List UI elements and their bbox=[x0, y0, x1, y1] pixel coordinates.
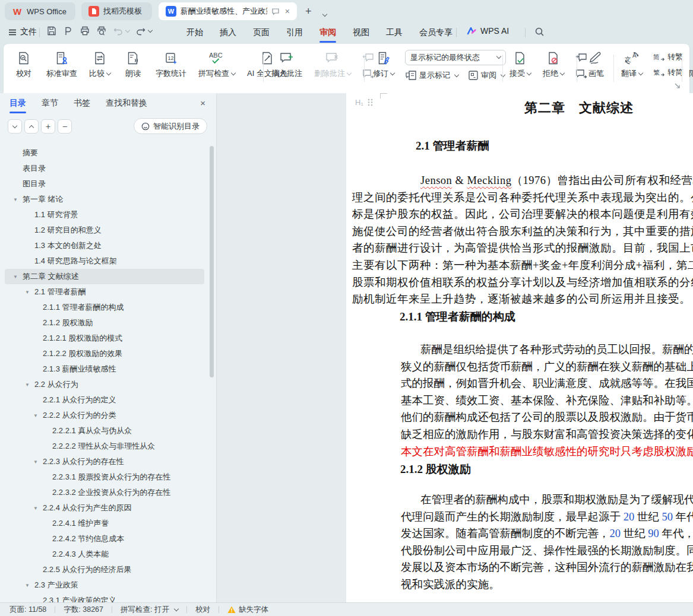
menu-member[interactable]: 会员专享 bbox=[411, 26, 461, 39]
document-page[interactable]: H₁ 第二章 文献综述 2.1 管理者薪酬 Jenson & Meckling（… bbox=[346, 93, 693, 602]
toc-item[interactable]: 2.2.1 从众行为的定义 bbox=[0, 392, 209, 408]
toc-item[interactable]: 1.2 研究目的和意义 bbox=[0, 223, 209, 238]
toc-item[interactable]: 2.3.1 产业政策的定义 bbox=[0, 593, 209, 602]
toc-collapse-arrow-icon[interactable]: ▼ bbox=[13, 197, 23, 202]
read-aloud-button[interactable]: 朗读 bbox=[121, 50, 145, 80]
proofread-button[interactable]: 校对 bbox=[12, 50, 36, 80]
sidebar-tab-contents[interactable]: 目录 bbox=[10, 98, 26, 113]
insert-comment-button[interactable]: 插入批注 bbox=[270, 50, 303, 80]
spell-check-button[interactable]: ABC 拼写检查 bbox=[197, 50, 236, 80]
show-markup-button[interactable]: 显示标记 bbox=[405, 70, 458, 81]
print-button[interactable] bbox=[80, 26, 90, 36]
toc-item[interactable]: 2.1.2.2 股权激励的效果 bbox=[0, 346, 209, 361]
tab-close-icon[interactable]: × bbox=[285, 7, 290, 16]
toc-item[interactable]: 2.1.2.1 股权激励的模式 bbox=[0, 331, 209, 346]
toc-item[interactable]: 摘要 bbox=[0, 145, 209, 161]
toc-item[interactable]: ▼第二章 文献综述 bbox=[5, 269, 204, 284]
spell-check-status[interactable]: 拼写检查: 打开 bbox=[121, 605, 178, 615]
menu-tools[interactable]: 工具 bbox=[378, 26, 411, 39]
sidebar-tab-find-replace[interactable]: 查找和替换 bbox=[106, 98, 147, 113]
compare-button[interactable]: 比较 bbox=[88, 50, 112, 80]
toc-item[interactable]: 1.4 研究思路与论文框架 bbox=[0, 253, 209, 269]
toc-collapse-arrow-icon[interactable]: ▼ bbox=[13, 274, 23, 280]
toc-item[interactable]: 2.2.3.1 股票投资从众行为的存在性 bbox=[0, 469, 209, 485]
to-traditional-button[interactable]: 简 转繁 bbox=[653, 52, 683, 62]
restrict-edit-button[interactable]: 限制编辑 bbox=[688, 50, 693, 80]
ink-brush-button[interactable]: 画笔 bbox=[584, 50, 608, 80]
toc-item[interactable]: 表目录 bbox=[0, 161, 209, 176]
menu-view[interactable]: 视图 bbox=[344, 26, 378, 39]
toc-item[interactable]: 2.2.4.3 人类本能 bbox=[0, 547, 209, 562]
new-tab-button[interactable]: + bbox=[305, 5, 312, 18]
toc-previous-button[interactable] bbox=[24, 119, 39, 134]
markup-state-select[interactable]: 显示标记的最终状态 bbox=[405, 50, 506, 65]
toc-item[interactable]: 2.2.5 从众行为的经济后果 bbox=[0, 562, 209, 577]
save-button[interactable] bbox=[46, 26, 57, 36]
tab-docer-templates[interactable]: 找稻壳模板 bbox=[81, 2, 152, 20]
toc-item[interactable]: ▼2.3 产业政策 bbox=[0, 577, 209, 593]
tab-comment-icon[interactable] bbox=[271, 8, 280, 15]
tab-list-chevron-icon[interactable] bbox=[321, 7, 327, 20]
wps-ai-button[interactable]: WPS AI bbox=[467, 26, 509, 36]
toc-item[interactable]: 2.1.3 薪酬业绩敏感性 bbox=[0, 361, 209, 377]
toc-item[interactable]: ▼2.2 从众行为 bbox=[0, 377, 209, 392]
toc-item[interactable]: ▼2.2.4 从众行为产生的原因 bbox=[0, 500, 209, 516]
tab-document[interactable]: W 薪酬业绩敏感性、产业政策与管 × bbox=[159, 2, 297, 20]
ribbon-expand-icon[interactable] bbox=[675, 83, 681, 89]
sidebar-scrollbar[interactable] bbox=[210, 146, 214, 377]
track-changes-button[interactable]: 修订 bbox=[372, 50, 395, 80]
review-pane-button[interactable]: 审阅 bbox=[468, 70, 505, 81]
file-menu[interactable]: 文件 bbox=[8, 27, 37, 37]
toc-item[interactable]: 2.1.2 股权激励 bbox=[0, 315, 209, 331]
smart-recognize-toc-button[interactable]: 智能识别目录 bbox=[134, 118, 207, 134]
toc-item[interactable]: 2.1.1 管理者薪酬的构成 bbox=[0, 300, 209, 315]
toc-item-label: 2.2 从众行为 bbox=[34, 379, 78, 390]
export-pdf-button[interactable] bbox=[63, 26, 74, 36]
toc-item[interactable]: 2.2.3.2 企业投资从众行为的存在性 bbox=[0, 485, 209, 500]
reject-change-button[interactable]: 拒绝 bbox=[542, 50, 565, 80]
toc-item[interactable]: 2.2.4.2 节约信息成本 bbox=[0, 531, 209, 547]
toc-item[interactable]: 2.2.4.1 维护声誉 bbox=[0, 516, 209, 531]
toc-item[interactable]: ▼2.1 管理者薪酬 bbox=[0, 284, 209, 300]
toc-collapse-button[interactable]: − bbox=[58, 119, 72, 134]
search-icon[interactable] bbox=[534, 27, 545, 37]
toc-collapse-arrow-icon[interactable]: ▼ bbox=[25, 583, 34, 588]
to-simplified-button[interactable]: 繁 转简 bbox=[653, 67, 683, 78]
redo-button[interactable] bbox=[135, 26, 152, 36]
sidebar-tab-bookmarks[interactable]: 书签 bbox=[74, 98, 90, 113]
print-preview-button[interactable] bbox=[96, 26, 107, 36]
toc-item[interactable]: ▼2.2.2 从众行为的分类 bbox=[0, 408, 209, 423]
standard-review-button[interactable]: 标准审查 bbox=[45, 50, 78, 80]
translate-button[interactable]: 文A 翻译 bbox=[620, 50, 644, 80]
toc-item[interactable]: ▼2.2.3 从众行为的存在性 bbox=[0, 454, 209, 469]
toc-item[interactable]: 1.3 本文的创新之处 bbox=[0, 238, 209, 253]
toc-item[interactable]: ▼第一章 绪论 bbox=[0, 192, 209, 207]
menu-page[interactable]: 页面 bbox=[245, 26, 278, 39]
word-count-indicator[interactable]: 字数: 38267 bbox=[64, 605, 103, 615]
menu-insert[interactable]: 插入 bbox=[211, 26, 245, 39]
accept-change-button[interactable]: 接受 bbox=[508, 50, 532, 80]
menu-home[interactable]: 开始 bbox=[178, 26, 211, 39]
toc-item[interactable]: 1.1 研究背景 bbox=[0, 207, 209, 223]
toc-next-button[interactable] bbox=[8, 119, 22, 134]
toc-collapse-arrow-icon[interactable]: ▼ bbox=[25, 290, 34, 295]
toc-collapse-arrow-icon[interactable]: ▼ bbox=[25, 382, 34, 388]
menu-review[interactable]: 审阅 bbox=[311, 26, 344, 39]
menu-reference[interactable]: 引用 bbox=[278, 26, 311, 39]
undo-button[interactable] bbox=[113, 26, 129, 36]
toc-item[interactable]: 2.2.2.2 理性从众与非理性从众 bbox=[0, 439, 209, 454]
missing-font-warning[interactable]: 缺失字体 bbox=[227, 605, 268, 615]
toc-expand-button[interactable]: + bbox=[41, 119, 55, 134]
toc-collapse-arrow-icon[interactable]: ▼ bbox=[33, 459, 43, 465]
word-count-button[interactable]: 12 字数统计 bbox=[154, 50, 188, 80]
page-indicator[interactable]: 页面: 11/58 bbox=[10, 605, 46, 615]
sidebar-tab-chapters[interactable]: 章节 bbox=[42, 98, 58, 113]
sidebar-close-icon[interactable]: × bbox=[200, 98, 205, 108]
toc-item-label: 2.2.5 从众行为的经济后果 bbox=[43, 564, 132, 575]
toc-collapse-arrow-icon[interactable]: ▼ bbox=[33, 506, 43, 511]
proofread-status[interactable]: 校对 bbox=[195, 605, 210, 615]
toc-collapse-arrow-icon[interactable]: ▼ bbox=[33, 413, 43, 418]
toc-item[interactable]: 图目录 bbox=[0, 176, 209, 192]
tab-wps-office[interactable]: W WPS Office bbox=[5, 2, 75, 20]
toc-item[interactable]: 2.2.2.1 真从众与伪从众 bbox=[0, 423, 209, 439]
